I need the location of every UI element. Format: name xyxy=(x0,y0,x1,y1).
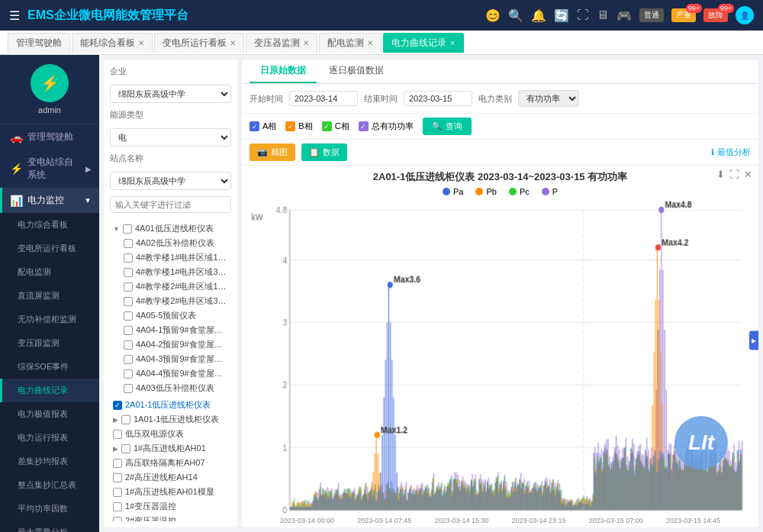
tree-checkbox-checked[interactable]: ✓ xyxy=(113,401,122,410)
sidebar-item-avg-power[interactable]: 平均功率因数 xyxy=(0,497,99,521)
power-type-select[interactable]: 有功功率 xyxy=(518,90,579,107)
sidebar-item-power-extreme[interactable]: 电力极值报表 xyxy=(0,402,99,426)
close-icon[interactable]: ✕ xyxy=(367,39,373,47)
check-total-power[interactable]: ✓ 总有功功率 xyxy=(359,121,414,132)
list-item[interactable]: 2#高压进线柜AH14 xyxy=(110,470,231,485)
start-time-input[interactable] xyxy=(289,91,358,106)
tree-checkbox[interactable] xyxy=(113,430,122,439)
tab-energy[interactable]: 能耗综合看板 ✕ xyxy=(72,33,153,53)
sidebar-item-power-run[interactable]: 电力运行报表 xyxy=(0,426,99,450)
close-icon[interactable]: ✕ xyxy=(449,39,456,47)
tree-checkbox[interactable] xyxy=(113,459,122,468)
end-time-input[interactable] xyxy=(404,91,472,106)
list-item[interactable]: 1#高压进线柜AH01模显 xyxy=(110,485,231,499)
search-input[interactable] xyxy=(110,196,231,213)
sidebar-item-power-monitor[interactable]: 📊 电力监控 ▼ xyxy=(0,188,99,213)
checkbox-a[interactable]: ✓ xyxy=(250,121,259,131)
sidebar-item-collection-sum[interactable]: 整点集抄汇总表 xyxy=(0,473,99,497)
data-button[interactable]: 📋 数据 xyxy=(301,143,347,161)
list-item[interactable]: 低压双电源仪表 xyxy=(110,427,231,441)
screenshot-button[interactable]: 📷 截图 xyxy=(250,143,295,161)
tree-checkbox[interactable] xyxy=(121,444,130,453)
close-icon[interactable]: ✕ xyxy=(744,169,752,180)
tree-checkbox[interactable] xyxy=(124,369,133,379)
sidebar-item-reactive[interactable]: 无功补偿柜监测 xyxy=(0,308,99,331)
sidebar-item-max-demand[interactable]: 最大需量分析 xyxy=(0,521,99,532)
sidebar-item-transformer-mon[interactable]: 变压跟监测 xyxy=(0,331,99,355)
menu-icon[interactable]: ☰ xyxy=(9,8,20,23)
list-item[interactable]: 4A02低压补偿柜仪表 xyxy=(121,236,231,250)
list-item[interactable]: 4#教学楼1#电井区域1至2层动力仪 xyxy=(121,250,231,265)
energy-type-select[interactable]: 电 xyxy=(110,128,231,147)
expand-icon[interactable]: ⛶ xyxy=(729,169,739,180)
tree-checkbox[interactable] xyxy=(124,268,133,277)
download-icon[interactable]: ⬇ xyxy=(716,169,725,180)
list-item[interactable]: 4A05-5预留仪表 xyxy=(121,308,231,323)
tree-checkbox[interactable] xyxy=(124,253,133,263)
list-item[interactable]: 4A04-1预留9#食堂屋顶空调机组仪 xyxy=(121,323,231,337)
list-item[interactable]: 4A04-2预留9#食堂屋顶空调机组仪 xyxy=(121,337,231,352)
settings-icon[interactable]: 🎮 xyxy=(617,8,632,23)
tree-checkbox[interactable] xyxy=(124,311,133,321)
list-item[interactable]: 4A03低压补偿柜仪表 xyxy=(121,381,231,395)
tree-checkbox[interactable] xyxy=(124,355,133,364)
tree-checkbox[interactable] xyxy=(124,384,133,393)
list-item[interactable]: ▶ 1A01-1低压进线柜仪表 xyxy=(110,412,231,427)
tab-daily-extreme[interactable]: 逐日极值数据 xyxy=(318,60,394,83)
list-item[interactable]: 4#教学楼1#电井区域3至5层动力仪 xyxy=(121,265,231,279)
close-icon[interactable]: ✕ xyxy=(138,39,144,47)
bell-icon[interactable]: 🔔 xyxy=(531,8,546,23)
tab-substation-board[interactable]: 变电所运行看板 ✕ xyxy=(154,33,244,53)
checkbox-total[interactable]: ✓ xyxy=(359,121,369,131)
tree-checkbox[interactable] xyxy=(113,502,122,511)
tree-checkbox[interactable] xyxy=(124,340,133,350)
right-scroll[interactable]: ▶ xyxy=(749,331,758,350)
tree-checkbox[interactable] xyxy=(113,488,122,497)
close-icon[interactable]: ✕ xyxy=(303,39,309,47)
analysis-link[interactable]: ℹ 最值分析 xyxy=(711,147,751,158)
list-item[interactable]: 高压联络隔离柜AH07 xyxy=(110,456,231,470)
tree-checkbox[interactable] xyxy=(121,415,130,424)
sidebar-item-soe[interactable]: 综保SOE事件 xyxy=(0,355,99,379)
sidebar-item-power-overview[interactable]: 电力综合看板 xyxy=(0,213,99,237)
tab-daily-raw[interactable]: 日原始数据 xyxy=(250,60,317,83)
sidebar-item-power-curve[interactable]: 电力曲线记录 xyxy=(0,379,99,402)
check-a-phase[interactable]: ✓ A相 xyxy=(250,121,276,132)
tree-checkbox[interactable] xyxy=(124,239,133,248)
check-b-phase[interactable]: ✓ B相 xyxy=(285,121,312,132)
tree-checkbox[interactable] xyxy=(123,224,132,234)
list-item[interactable]: 1#变压器温控 xyxy=(110,499,231,514)
list-item[interactable]: 2#变压器温控 xyxy=(110,514,231,521)
check-c-phase[interactable]: ✓ C相 xyxy=(322,121,349,132)
avatar[interactable]: 👤 xyxy=(736,6,754,24)
tree-checkbox[interactable] xyxy=(124,326,133,335)
tab-distribution[interactable]: 配电监测 ✕ xyxy=(319,33,382,53)
checkbox-b[interactable]: ✓ xyxy=(285,121,295,131)
tree-checkbox[interactable] xyxy=(124,297,133,306)
close-icon[interactable]: ✕ xyxy=(230,39,236,47)
tab-power-curve[interactable]: 电力曲线记录 ✕ xyxy=(383,33,464,53)
list-item[interactable]: 4A04-4预留9#食堂屋顶空调机组仪 xyxy=(121,366,231,381)
user-icon[interactable]: 😊 xyxy=(485,8,501,23)
list-item[interactable]: 4#教学楼2#电井区域3至6层动力仪 xyxy=(121,294,231,308)
sidebar-item-collection-mth[interactable]: 差集抄均报表 xyxy=(0,450,99,473)
sidebar-item-direct[interactable]: 直流屏监测 xyxy=(0,284,99,308)
list-item[interactable]: 4#教学楼2#电井区域1至2层动力仪 xyxy=(121,279,231,294)
tab-dashboard[interactable]: 管理驾驶舱 xyxy=(8,33,70,53)
list-item-2a01[interactable]: ✓ 2A01-1低压进线柜仪表 xyxy=(110,398,231,412)
sidebar-item-substation-board[interactable]: 变电所运行看板 xyxy=(0,237,99,260)
sidebar-item-dashboard[interactable]: 🚗 管理驾驶舱 xyxy=(0,124,99,150)
search-icon[interactable]: 🔍 xyxy=(508,8,523,23)
tree-node-label[interactable]: ▼ 4A01低压进线柜仪表 xyxy=(110,221,231,236)
list-item[interactable]: ▶ 1#高压进线柜AH01 xyxy=(110,441,231,456)
sidebar-item-substation[interactable]: ⚡ 变电站综自系统 ▶ xyxy=(0,150,99,188)
screen-icon[interactable]: 🖥 xyxy=(597,8,609,22)
fullscreen-icon[interactable]: ⛶ xyxy=(577,8,589,22)
checkbox-c[interactable]: ✓ xyxy=(322,121,332,131)
tree-checkbox[interactable] xyxy=(113,517,122,522)
query-button[interactable]: 🔍 查询 xyxy=(423,118,472,135)
normal-btn[interactable]: 普通 xyxy=(639,8,664,22)
site-select[interactable]: 绵阳东辰高级中学 xyxy=(110,172,231,190)
tree-checkbox[interactable] xyxy=(113,473,122,482)
tree-checkbox[interactable] xyxy=(124,282,133,292)
